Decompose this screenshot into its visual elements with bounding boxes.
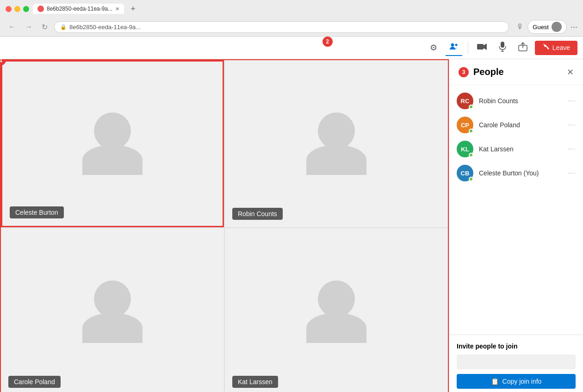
toolbar-divider-1 (468, 41, 468, 54)
browser-mic-icon[interactable]: 🎙 (516, 23, 524, 31)
settings-icon: ⚙ (430, 43, 437, 53)
maximize-traffic-light[interactable] (23, 6, 29, 12)
avatar-head-kat (318, 280, 355, 317)
browser-toolbar: ← → ↻ 🔒 8e6b2850-eeda-11ea-9a... 🎙 Guest… (0, 18, 583, 36)
avatar-carole: CP (457, 117, 473, 133)
avatar-head-carole (94, 280, 131, 317)
person-more-celeste[interactable]: ··· (568, 169, 576, 177)
person-more-kat[interactable]: ··· (568, 145, 576, 153)
copy-icon: 📋 (491, 378, 499, 385)
traffic-lights (6, 6, 29, 12)
video-cell-celeste: Celeste Burton (1, 60, 224, 227)
person-name-robin: Robin Counts (479, 97, 563, 105)
tab-title: 8e6b2850-eeda-11ea-9a... (47, 6, 112, 12)
people-toggle-button[interactable] (446, 39, 462, 56)
back-button[interactable]: ← (6, 22, 19, 32)
person-item-robin[interactable]: RC Robin Counts ··· (449, 89, 583, 113)
avatar-placeholder-carole (82, 280, 143, 343)
person-more-carole[interactable]: ··· (568, 121, 576, 129)
copy-join-button[interactable]: 📋 Copy join info (457, 374, 576, 389)
phone-icon (542, 44, 550, 52)
avatar-head-celeste (94, 112, 131, 149)
address-bar[interactable]: 🔒 8e6b2850-eeda-11ea-9a... (54, 21, 509, 33)
camera-button[interactable] (474, 39, 490, 56)
name-tag-robin: Robin Counts (232, 208, 283, 220)
online-dot-celeste (469, 177, 473, 181)
guest-avatar (552, 22, 562, 32)
online-dot-robin (469, 105, 473, 109)
close-traffic-light[interactable] (6, 6, 12, 12)
lock-icon: 🔒 (60, 24, 67, 30)
refresh-button[interactable]: ↻ (39, 22, 50, 32)
video-cell-carole: Carole Poland (1, 228, 224, 392)
avatar-placeholder-robin (306, 112, 366, 175)
people-panel: 3 People ✕ RC Robin Counts ··· (449, 59, 583, 392)
browser-tab[interactable]: 8e6b2850-eeda-11ea-9a... ✕ (33, 4, 124, 14)
name-tag-kat: Kat Larssen (232, 376, 278, 388)
browser-right: 🎙 Guest ··· (516, 20, 577, 34)
video-cell-kat: Kat Larssen (225, 228, 448, 392)
forward-button[interactable]: → (22, 22, 35, 32)
avatar-body-kat (306, 313, 366, 343)
avatar-body-celeste (82, 145, 143, 175)
video-cell-robin: Robin Counts (225, 60, 448, 227)
step-3-badge: 3 (459, 67, 469, 77)
avatar-head-robin (318, 112, 355, 149)
browser-titlebar: 8e6b2850-eeda-11ea-9a... ✕ + (0, 0, 583, 18)
share-button[interactable] (515, 39, 531, 56)
avatar-placeholder-celeste (82, 112, 143, 175)
avatar-celeste: CB (457, 165, 473, 181)
camera-icon (477, 43, 487, 53)
app-toolbar: 2 ⚙ (0, 37, 583, 59)
avatar-body-robin (306, 145, 366, 175)
share-icon (518, 42, 527, 54)
invite-input-placeholder (457, 355, 576, 369)
person-name-carole: Carole Poland (479, 121, 563, 129)
address-text: 8e6b2850-eeda-11ea-9a... (69, 24, 141, 31)
avatar-body-carole (82, 313, 143, 343)
person-more-robin[interactable]: ··· (568, 97, 576, 105)
svg-rect-2 (477, 44, 484, 50)
svg-point-0 (451, 43, 454, 46)
new-tab-button[interactable]: + (128, 4, 138, 14)
mic-icon (499, 42, 506, 54)
guest-label: Guest (533, 24, 549, 31)
browser-more-button[interactable]: ··· (571, 22, 577, 32)
settings-button[interactable]: ⚙ (425, 39, 442, 56)
name-tag-celeste: Celeste Burton (10, 206, 64, 218)
mic-button[interactable] (494, 39, 511, 56)
person-item-carole[interactable]: CP Carole Poland ··· (449, 113, 583, 137)
online-dot-kat (469, 153, 473, 157)
invite-section: Invite people to join 📋 Copy join info (449, 335, 583, 392)
minimize-traffic-light[interactable] (14, 6, 20, 12)
people-panel-title: People (473, 67, 504, 77)
person-name-kat: Kat Larssen (479, 145, 563, 153)
leave-label: Leave (552, 44, 570, 51)
browser-chrome: 8e6b2850-eeda-11ea-9a... ✕ + ← → ↻ 🔒 8e6… (0, 0, 583, 37)
name-tag-carole: Carole Poland (8, 376, 61, 388)
leave-button[interactable]: Leave (535, 41, 577, 55)
avatar-placeholder-kat (306, 280, 366, 343)
people-panel-close-button[interactable]: ✕ (567, 67, 574, 77)
svg-point-1 (455, 44, 457, 46)
person-item-celeste[interactable]: CB Celeste Burton (You) ··· (449, 161, 583, 185)
tab-close-button[interactable]: ✕ (115, 6, 119, 12)
video-grid: 1 Celeste Burton Robin Counts (0, 59, 449, 392)
app: 2 ⚙ (0, 37, 583, 392)
online-dot-carole (469, 129, 473, 133)
tab-favicon (37, 6, 44, 12)
copy-join-label: Copy join info (502, 378, 542, 385)
invite-label: Invite people to join (457, 342, 576, 350)
step-2-badge: 2 (323, 37, 333, 47)
person-name-celeste: Celeste Burton (You) (479, 169, 563, 177)
guest-button[interactable]: Guest (527, 20, 567, 34)
avatar-kat: KL (457, 141, 473, 157)
avatar-robin: RC (457, 93, 473, 109)
main-content: 1 Celeste Burton Robin Counts (0, 59, 583, 392)
people-icon (449, 42, 459, 53)
svg-rect-3 (501, 42, 504, 48)
person-item-kat[interactable]: KL Kat Larssen ··· (449, 137, 583, 161)
people-panel-header: 3 People ✕ (449, 59, 583, 85)
people-list: RC Robin Counts ··· CP Carole Poland ··· (449, 85, 583, 335)
